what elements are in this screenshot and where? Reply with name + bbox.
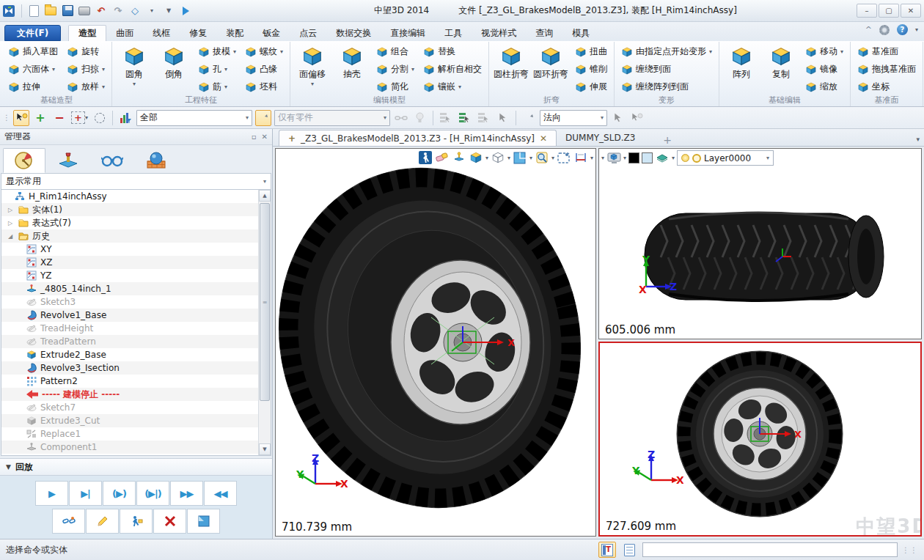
resize-grip[interactable]: ⋮⋮ <box>902 546 918 554</box>
view-plane-icon[interactable] <box>513 150 527 165</box>
ribbon-button-解析自相交[interactable]: 解析自相交 <box>421 62 484 77</box>
regen-dropdown-icon[interactable]: ▾ <box>145 4 158 18</box>
filter-all-dropdown[interactable]: 全部▾ <box>136 110 252 126</box>
chevron-down-icon[interactable]: ▾ <box>485 155 488 161</box>
document-tab[interactable]: DUMMY_SLD.Z3 <box>557 130 644 146</box>
ribbon-button-抽壳[interactable]: 抽壳 <box>333 43 371 95</box>
window-size-icon[interactable] <box>557 150 571 165</box>
tree-item[interactable]: XZ <box>1 256 258 269</box>
pick-last-icon[interactable] <box>457 110 473 126</box>
redo-icon[interactable]: ↷ <box>111 4 125 18</box>
tree-item[interactable]: ▷表达式(7) <box>1 216 258 229</box>
add-selection-icon[interactable]: + <box>32 110 48 126</box>
tab-visual-manager[interactable] <box>91 148 133 173</box>
refresh-filter-icon[interactable] <box>255 110 271 126</box>
close-button[interactable]: ✕ <box>901 4 921 18</box>
tree-item[interactable]: ◢历史 <box>1 229 258 243</box>
walkthrough-icon[interactable] <box>418 150 433 165</box>
tab-assembly-manager[interactable] <box>47 148 89 173</box>
ribbon-button-坐标[interactable]: 坐标 <box>855 79 918 95</box>
collapse-ribbon-icon[interactable]: ^ <box>865 25 872 34</box>
ribbon-button-替换[interactable]: 替换 <box>421 44 484 59</box>
ribbon-button-缩放[interactable]: 缩放 <box>803 79 846 95</box>
main-viewport[interactable]: ▾▾▾▾▾ X ZXY 710.739 mm <box>275 148 596 537</box>
maximize-button[interactable]: ▢ <box>879 4 899 18</box>
toolbox-toggle-icon[interactable] <box>598 542 616 558</box>
remove-selection-icon[interactable]: − <box>51 110 67 126</box>
tab-工具[interactable]: 工具 <box>435 25 472 41</box>
tab-造型[interactable]: 造型 <box>68 25 106 41</box>
tab-查询[interactable]: 查询 <box>526 25 562 41</box>
tree-item[interactable]: XY <box>1 243 258 256</box>
replay-edit-icon[interactable] <box>86 509 119 534</box>
chevron-down-icon[interactable]: ▾ <box>507 155 510 161</box>
tree-filter-dropdown[interactable]: 显示常用 ▾ <box>1 173 271 190</box>
tree-item[interactable]: Revolve1_Base <box>1 309 258 322</box>
wireframe-display-icon[interactable] <box>491 150 505 165</box>
anchor-part-icon[interactable] <box>452 150 466 165</box>
highlight-color-swatch[interactable] <box>642 152 653 163</box>
tab-list-icon[interactable]: ▾ <box>916 136 920 143</box>
tire-front-view-model[interactable]: X <box>600 343 915 535</box>
chevron-down-icon[interactable]: ▾ <box>529 155 532 161</box>
ribbon-button-伸展[interactable]: 伸展 <box>573 79 609 95</box>
link-picks-icon[interactable] <box>393 110 409 126</box>
ribbon-button-复制[interactable]: 复制 <box>762 43 800 95</box>
replay-link-icon[interactable] <box>52 509 85 534</box>
tree-expander-icon[interactable]: ▷ <box>6 220 15 226</box>
ribbon-button-六面体[interactable]: 六面体▾ <box>6 62 60 77</box>
replay-step-icon[interactable] <box>120 509 153 534</box>
pick-all-icon[interactable] <box>476 110 492 126</box>
command-log-icon[interactable] <box>620 542 638 558</box>
replay-button-0[interactable]: ▶ <box>35 481 68 506</box>
highlight-icon[interactable] <box>412 110 428 126</box>
ribbon-button-拖拽基准面[interactable]: 拖拽基准面 <box>855 62 918 77</box>
toolbar-grip[interactable]: ⋮ <box>3 114 9 122</box>
tree-item[interactable]: Revolve3_Isection <box>1 361 258 375</box>
ribbon-button-移动[interactable]: 移动▾ <box>803 44 846 59</box>
erase-icon[interactable] <box>435 150 450 165</box>
ribbon-button-筋[interactable]: 筋▾ <box>196 79 238 95</box>
tree-item[interactable]: ----- 建模停止 ----- <box>1 388 258 401</box>
layer-dropdown[interactable]: Layer0000▾ <box>677 150 774 166</box>
ribbon-button-螺纹[interactable]: 螺纹▾ <box>243 44 285 59</box>
layer-icon[interactable] <box>655 151 670 166</box>
tree-expander-icon[interactable]: ◢ <box>6 233 15 240</box>
ribbon-button-基准面[interactable]: 基准面 <box>855 44 918 59</box>
orientation-dropdown[interactable]: 法向▾ <box>540 110 607 126</box>
replay-button-2[interactable]: (▶) <box>103 481 136 506</box>
tab-数据交换[interactable]: 数据交换 <box>326 25 381 41</box>
open-file-icon[interactable] <box>44 4 57 18</box>
scroll-down-icon[interactable]: ▼ <box>259 443 271 455</box>
ribbon-button-孔[interactable]: 孔▾ <box>196 62 238 77</box>
scrollbar-thumb[interactable]: ≡ <box>260 203 270 401</box>
close-tab-icon[interactable]: ✕ <box>540 133 547 144</box>
ribbon-button-由指定点开始变形[interactable]: 由指定点开始变形▾ <box>619 44 714 59</box>
ribbon-button-镶嵌[interactable]: 镶嵌▾ <box>421 79 484 95</box>
replay-button-3[interactable]: (▶|) <box>136 481 169 506</box>
top-right-viewport[interactable]: ▾▾▾Layer0000▾ YZX 605.006 mm <box>598 148 922 339</box>
play-icon[interactable] <box>179 4 192 18</box>
new-file-icon[interactable] <box>27 4 40 18</box>
tab-曲面[interactable]: 曲面 <box>106 25 143 41</box>
tree-item[interactable]: Sketch7 <box>1 401 258 414</box>
file-menu-button[interactable]: 文件(F) <box>4 25 61 41</box>
print-icon[interactable] <box>78 4 91 18</box>
pick-options-icon[interactable] <box>629 110 645 126</box>
ribbon-button-缠绕到面[interactable]: 缠绕到面 <box>619 62 714 77</box>
scroll-up-icon[interactable]: ▲ <box>259 190 271 202</box>
measure-icon[interactable] <box>573 150 588 165</box>
pick-point-icon[interactable] <box>610 110 626 126</box>
help-dropdown-icon[interactable]: ▾ <box>915 26 918 33</box>
ribbon-button-圆柱折弯[interactable]: 圆柱折弯 <box>492 43 530 95</box>
tree-item[interactable]: TreadPattern <box>1 335 258 348</box>
pick-box-icon[interactable]: +▾ <box>70 110 89 126</box>
new-tab-icon[interactable]: + <box>663 134 672 146</box>
ribbon-button-面偏移[interactable]: 面偏移▾ <box>293 43 331 95</box>
tree-scrollbar[interactable]: ▲ ≡ ▼ <box>258 190 271 455</box>
manager-close-icon[interactable]: ✕ <box>262 133 268 141</box>
tree-item[interactable]: H_Rim14inchAssy <box>1 190 258 203</box>
tree-item[interactable]: Extrude3_Cut <box>1 414 258 427</box>
ribbon-button-坯料[interactable]: 坯料 <box>243 79 285 95</box>
tab-线框[interactable]: 线框 <box>143 25 180 41</box>
